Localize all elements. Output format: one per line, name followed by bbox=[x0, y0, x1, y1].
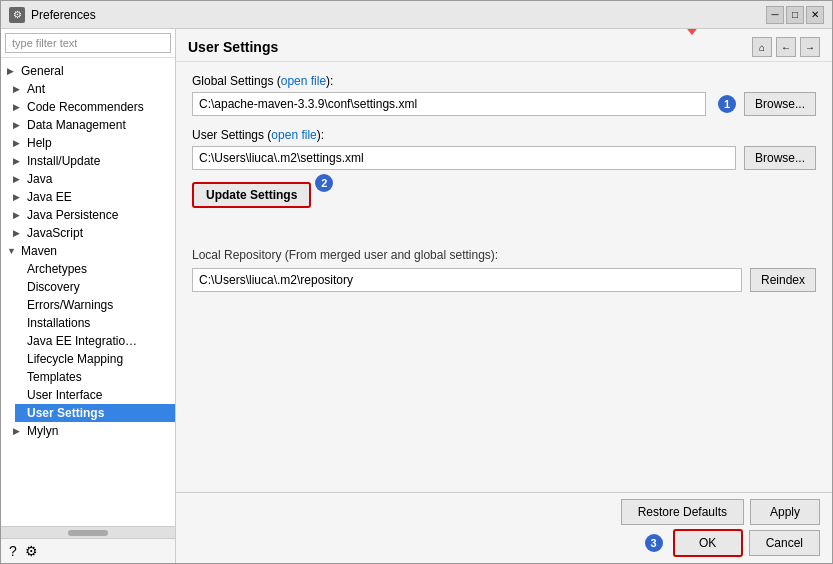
window-title: Preferences bbox=[31, 8, 96, 22]
minimize-button[interactable]: ─ bbox=[766, 6, 784, 24]
sidebar-item-label: JavaScript bbox=[27, 226, 83, 240]
restore-defaults-button[interactable]: Restore Defaults bbox=[621, 499, 744, 525]
arrow-icon: ▼ bbox=[7, 246, 17, 256]
local-repo-row: Reindex bbox=[192, 268, 816, 292]
sidebar-item-label: General bbox=[21, 64, 64, 78]
preferences-window: ⚙ Preferences ─ □ ✕ ▶ General ▶ Ant bbox=[0, 0, 833, 564]
local-repo-input[interactable] bbox=[192, 268, 742, 292]
forward-nav-button[interactable]: → bbox=[800, 37, 820, 57]
sidebar-item-label: Discovery bbox=[27, 280, 80, 294]
user-browse-button[interactable]: Browse... bbox=[744, 146, 816, 170]
title-buttons: ─ □ ✕ bbox=[766, 6, 824, 24]
ok-button[interactable]: OK bbox=[673, 529, 743, 557]
sidebar-item-label: Help bbox=[27, 136, 52, 150]
home-nav-button[interactable]: ⌂ bbox=[752, 37, 772, 57]
title-bar: ⚙ Preferences ─ □ ✕ bbox=[1, 1, 832, 29]
window-icon: ⚙ bbox=[9, 7, 25, 23]
sidebar-item-errors-warnings[interactable]: Errors/Warnings bbox=[15, 296, 175, 314]
sidebar: ▶ General ▶ Ant ▶ Code Recommenders ▶ Da… bbox=[1, 29, 176, 563]
callout-arrow bbox=[684, 29, 700, 35]
arrow-icon: ▶ bbox=[13, 228, 23, 238]
user-settings-link[interactable]: open file bbox=[271, 128, 316, 142]
user-settings-input[interactable] bbox=[192, 146, 736, 170]
sidebar-item-maven[interactable]: ▼ Maven bbox=[1, 242, 175, 260]
arrow-icon: ▶ bbox=[13, 174, 23, 184]
global-browse-button[interactable]: Browse... bbox=[744, 92, 816, 116]
sidebar-item-label: Java EE bbox=[27, 190, 72, 204]
content-area: ▶ General ▶ Ant ▶ Code Recommenders ▶ Da… bbox=[1, 29, 832, 563]
search-input[interactable] bbox=[5, 33, 171, 53]
tree: ▶ General ▶ Ant ▶ Code Recommenders ▶ Da… bbox=[1, 58, 175, 526]
arrow-icon: ▶ bbox=[13, 84, 23, 94]
arrow-icon: ▶ bbox=[13, 426, 23, 436]
reindex-button[interactable]: Reindex bbox=[750, 268, 816, 292]
cancel-button[interactable]: Cancel bbox=[749, 530, 820, 556]
sidebar-item-label: Templates bbox=[27, 370, 82, 384]
update-settings-button[interactable]: Update Settings bbox=[192, 182, 311, 208]
main-panel: User Settings 找到配置文件（包含服务器URL配置信息） ⌂ ← →… bbox=[176, 29, 832, 563]
global-settings-input[interactable] bbox=[192, 92, 706, 116]
sidebar-item-label: Mylyn bbox=[27, 424, 58, 438]
main-content: Global Settings (open file): 1 Browse...… bbox=[176, 62, 832, 492]
sidebar-item-label: Code Recommenders bbox=[27, 100, 144, 114]
back-nav-button[interactable]: ← bbox=[776, 37, 796, 57]
arrow-icon: ▶ bbox=[7, 66, 17, 76]
sidebar-item-templates[interactable]: Templates bbox=[15, 368, 175, 386]
update-settings-wrapper: 2 Update Settings bbox=[192, 182, 311, 228]
sidebar-item-user-interface[interactable]: User Interface bbox=[15, 386, 175, 404]
sidebar-item-java-persistence[interactable]: ▶ Java Persistence bbox=[1, 206, 175, 224]
sidebar-item-code-recommenders[interactable]: ▶ Code Recommenders bbox=[1, 98, 175, 116]
page-title: User Settings bbox=[188, 39, 278, 55]
arrow-icon: ▶ bbox=[13, 120, 23, 130]
sidebar-item-mylyn[interactable]: ▶ Mylyn bbox=[1, 422, 175, 440]
sidebar-item-ant[interactable]: ▶ Ant bbox=[1, 80, 175, 98]
global-settings-row: 1 Browse... bbox=[192, 92, 816, 116]
sidebar-item-label: User Settings bbox=[27, 406, 104, 420]
badge-2: 2 bbox=[315, 174, 333, 192]
restore-apply-row: Restore Defaults Apply bbox=[188, 499, 820, 525]
sidebar-item-install-update[interactable]: ▶ Install/Update bbox=[1, 152, 175, 170]
maximize-button[interactable]: □ bbox=[786, 6, 804, 24]
user-settings-row: Browse... bbox=[192, 146, 816, 170]
user-settings-label: User Settings (open file): bbox=[192, 128, 816, 142]
sidebar-item-label: Ant bbox=[27, 82, 45, 96]
sidebar-item-lifecycle-mapping[interactable]: Lifecycle Mapping bbox=[15, 350, 175, 368]
settings-icon[interactable]: ⚙ bbox=[25, 543, 38, 559]
sidebar-item-label: Install/Update bbox=[27, 154, 100, 168]
sidebar-item-installations[interactable]: Installations bbox=[15, 314, 175, 332]
sidebar-item-archetypes[interactable]: Archetypes bbox=[15, 260, 175, 278]
badge-1: 1 bbox=[718, 95, 736, 113]
sidebar-item-label: Data Management bbox=[27, 118, 126, 132]
sidebar-item-java-ee-integration[interactable]: Java EE Integratio… bbox=[15, 332, 175, 350]
sidebar-item-label: Java Persistence bbox=[27, 208, 118, 222]
sidebar-item-label: Errors/Warnings bbox=[27, 298, 113, 312]
sidebar-item-data-management[interactable]: ▶ Data Management bbox=[1, 116, 175, 134]
sidebar-item-label: Maven bbox=[21, 244, 57, 258]
local-repo-label: Local Repository (From merged user and g… bbox=[192, 248, 816, 262]
main-header: User Settings 找到配置文件（包含服务器URL配置信息） ⌂ ← → bbox=[176, 29, 832, 62]
bottom-area: Restore Defaults Apply 3 OK Cancel bbox=[176, 492, 832, 563]
help-icon[interactable]: ? bbox=[9, 543, 17, 559]
close-button[interactable]: ✕ bbox=[806, 6, 824, 24]
title-bar-left: ⚙ Preferences bbox=[9, 7, 96, 23]
sidebar-item-label: User Interface bbox=[27, 388, 102, 402]
global-settings-label: Global Settings (open file): bbox=[192, 74, 816, 88]
sidebar-item-label: Lifecycle Mapping bbox=[27, 352, 123, 366]
sidebar-scrollbar[interactable] bbox=[1, 526, 175, 538]
update-settings-area: 2 Update Settings bbox=[192, 182, 816, 228]
apply-button[interactable]: Apply bbox=[750, 499, 820, 525]
sidebar-item-java[interactable]: ▶ Java bbox=[1, 170, 175, 188]
sidebar-item-discovery[interactable]: Discovery bbox=[15, 278, 175, 296]
nav-arrows: 找到配置文件（包含服务器URL配置信息） ⌂ ← → bbox=[752, 37, 820, 57]
sidebar-item-label: Archetypes bbox=[27, 262, 87, 276]
sidebar-item-help[interactable]: ▶ Help bbox=[1, 134, 175, 152]
global-settings-link[interactable]: open file bbox=[281, 74, 326, 88]
sidebar-item-java-ee[interactable]: ▶ Java EE bbox=[1, 188, 175, 206]
sidebar-item-javascript[interactable]: ▶ JavaScript bbox=[1, 224, 175, 242]
search-box bbox=[1, 29, 175, 58]
arrow-icon: ▶ bbox=[13, 102, 23, 112]
sidebar-item-general[interactable]: ▶ General bbox=[1, 62, 175, 80]
arrow-icon: ▶ bbox=[13, 210, 23, 220]
sidebar-item-user-settings[interactable]: User Settings bbox=[15, 404, 175, 422]
ok-cancel-row: 3 OK Cancel bbox=[188, 529, 820, 557]
